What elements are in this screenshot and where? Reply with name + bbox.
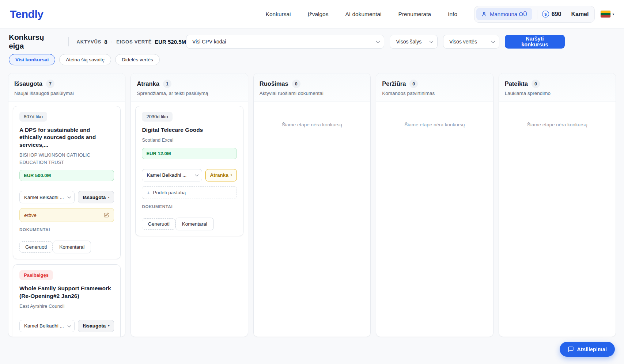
- divider: [19, 315, 114, 315]
- cpv-filter: Visi CPV kodai: [186, 35, 384, 49]
- org-name: Manmouna OÜ: [490, 11, 527, 17]
- country-filter: Visos šalys: [390, 35, 437, 49]
- credits-counter[interactable]: $ 690: [542, 11, 561, 18]
- generate-button[interactable]: Generuoti: [142, 218, 175, 230]
- column-subtitle: Aktyviai ruošiami dokumentai: [260, 91, 364, 96]
- caret-down-icon: ▾: [231, 173, 232, 177]
- column-header: Ruošimas0Aktyviai ruošiami dokumentai: [254, 73, 370, 101]
- caret-down-icon: ▾: [108, 196, 109, 199]
- filter-pills: Visi konkursaiAteina šią savaitęDidelės …: [9, 54, 615, 65]
- note[interactable]: erbve: [19, 208, 114, 222]
- documents-label: DOKUMENTAI: [19, 227, 114, 232]
- column-body: 2030d likoDigital Telecare GoodsScotland…: [131, 101, 247, 337]
- divider: [68, 37, 69, 46]
- comments-button[interactable]: Komentarai: [53, 241, 91, 253]
- cpv-select[interactable]: Visi CPV kodai: [186, 35, 384, 49]
- column-title: Pateikta: [505, 80, 528, 87]
- column-count-badge: 7: [46, 80, 54, 88]
- column-peržiūra: Peržiūra0Komandos patvirtinimasŠiame eta…: [376, 73, 493, 337]
- coin-icon: $: [542, 11, 549, 18]
- generate-button[interactable]: Generuoti: [19, 241, 53, 253]
- account-group: Manmouna OÜ $ 690 Kamel: [474, 6, 595, 23]
- divider: [537, 10, 537, 19]
- stage-button[interactable]: Išsaugota▾: [78, 191, 114, 203]
- stage-label: Išsaugota: [83, 323, 106, 329]
- stage-button[interactable]: Išsaugota▾: [78, 320, 114, 332]
- top-navbar: Tendly KonkursaiĮžvalgosAI dokumentaiPre…: [0, 0, 624, 28]
- page-header: Konkursų eiga AKTYVŪS 8 · EIGOS VERTĖ EU…: [0, 28, 624, 65]
- column-header: Peržiūra0Komandos patvirtinimas: [376, 73, 493, 101]
- documents-label: DOKUMENTAI: [142, 204, 237, 209]
- add-note-label: Pridėti pastabą: [153, 190, 186, 195]
- tender-card: PasibaigęsWhole Family Support Framework…: [13, 264, 121, 337]
- assignee-select[interactable]: Kamel Belkadhi ...: [19, 320, 75, 332]
- assignee-filter: Kamel Belkadhi ...: [19, 320, 75, 332]
- value-select[interactable]: Visos vertės: [443, 35, 499, 49]
- column-išsaugota: Išsaugota7Naujai išsaugoti pasiūlymai807…: [8, 73, 125, 337]
- app-logo[interactable]: Tendly: [10, 8, 43, 20]
- stage-label: Atranka: [210, 172, 228, 178]
- language-switcher[interactable]: ▾: [601, 11, 614, 18]
- divider: [142, 164, 237, 164]
- org-switcher-button[interactable]: Manmouna OÜ: [476, 8, 532, 20]
- tender-title: Whole Family Support Framework (Re-Openi…: [19, 285, 114, 300]
- column-count-badge: 1: [163, 80, 171, 88]
- kanban-board: Išsaugota7Naujai išsaugoti pasiūlymai807…: [0, 73, 624, 337]
- tender-card: 2030d likoDigital Telecare GoodsScotland…: [135, 106, 243, 236]
- nav-item-info[interactable]: Info: [448, 11, 457, 18]
- dot-separator: ·: [111, 39, 113, 45]
- filter-pill-ateina-šią-savaitę[interactable]: Ateina šią savaitę: [59, 54, 111, 65]
- browse-tenders-button[interactable]: Naršyti konkursus: [505, 35, 565, 49]
- column-pateikta: Pateikta0Laukiama sprendimoŠiame etape n…: [499, 73, 616, 337]
- page-title: Konkursų eiga: [9, 33, 60, 50]
- tender-title: A DPS for sustainable and ethically sour…: [19, 126, 114, 149]
- column-title: Peržiūra: [382, 80, 406, 87]
- assignee-select[interactable]: Kamel Belkadhi ...: [142, 169, 202, 181]
- add-note-button[interactable]: +Pridėti pastabą: [142, 186, 237, 199]
- nav-item-konkursai[interactable]: Konkursai: [266, 11, 291, 18]
- stage-label: Išsaugota: [83, 195, 106, 200]
- buyer-name: Scotland Excel: [142, 137, 237, 144]
- nav-item-ai-dokumentai[interactable]: AI dokumentai: [345, 11, 381, 18]
- lithuania-flag-icon: [601, 11, 610, 18]
- column-header: Pateikta0Laukiama sprendimo: [499, 73, 616, 101]
- comments-button[interactable]: Komentarai: [175, 218, 214, 230]
- value-amount: EUR 520.5M: [155, 39, 186, 45]
- stage-button[interactable]: Atranka▾: [205, 169, 237, 181]
- deadline-badge: 807d liko: [19, 112, 47, 122]
- tender-value-badge: EUR 12.0M: [142, 148, 237, 159]
- column-count-badge: 0: [292, 80, 300, 88]
- note-text: erbve: [24, 212, 37, 218]
- column-ruošimas: Ruošimas0Aktyviai ruošiami dokumentaiŠia…: [253, 73, 371, 337]
- filter-pill-visi-konkursai[interactable]: Visi konkursai: [9, 54, 55, 65]
- column-subtitle: Komandos patvirtinimas: [382, 91, 487, 96]
- tender-card: 807d likoA DPS for sustainable and ethic…: [13, 106, 121, 259]
- country-select[interactable]: Visos šalys: [390, 35, 437, 49]
- active-label: AKTYVŪS: [77, 39, 102, 45]
- buyer-name: East Ayrshire Council: [19, 303, 114, 310]
- buyer-name: BISHOP WILKINSON CATHOLIC EDUCATION TRUS…: [19, 152, 114, 166]
- assignee-row: Kamel Belkadhi ...Išsaugota▾: [19, 320, 114, 332]
- user-menu[interactable]: Kamel: [571, 11, 589, 18]
- edit-icon[interactable]: [103, 212, 109, 218]
- filter-pill-didelės-vertės[interactable]: Didelės vertės: [115, 54, 160, 65]
- feedback-button[interactable]: Atsiliepimai: [560, 342, 615, 357]
- empty-state-text: Šiame etape nėra konkursų: [381, 106, 488, 127]
- plus-icon: +: [147, 190, 150, 195]
- tender-title: Digital Telecare Goods: [142, 126, 237, 134]
- column-title: Išsaugota: [14, 80, 42, 87]
- value-label: EIGOS VERTĖ: [116, 39, 152, 45]
- nav-item-įžvalgos[interactable]: Įžvalgos: [308, 11, 329, 18]
- divider: [19, 186, 114, 186]
- tender-value-badge: EUR 500.0M: [19, 170, 114, 181]
- column-subtitle: Naujai išsaugoti pasiūlymai: [14, 91, 119, 96]
- assignee-row: Kamel Belkadhi ...Išsaugota▾: [19, 191, 114, 203]
- caret-down-icon: ▾: [612, 12, 614, 16]
- column-subtitle: Sprendžiama, ar teikti pasiūlymą: [137, 91, 242, 96]
- caret-down-icon: ▾: [108, 324, 109, 327]
- column-title: Ruošimas: [260, 80, 288, 87]
- column-count-badge: 0: [532, 80, 540, 88]
- assignee-select[interactable]: Kamel Belkadhi ...: [19, 191, 75, 203]
- column-header: Išsaugota7Naujai išsaugoti pasiūlymai: [8, 73, 125, 101]
- nav-item-prenumerata[interactable]: Prenumerata: [398, 11, 431, 18]
